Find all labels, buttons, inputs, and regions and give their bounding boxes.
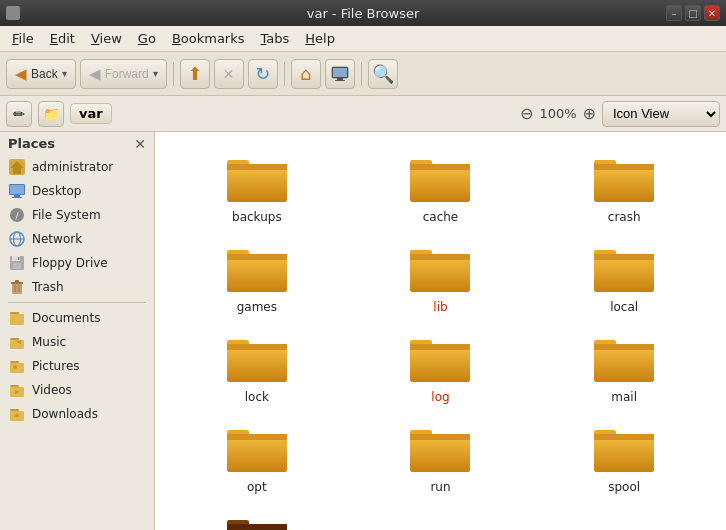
sidebar-item-downloads[interactable]: Downloads	[0, 402, 154, 426]
file-item-crash[interactable]: crash	[534, 148, 714, 230]
svg-rect-85	[594, 434, 654, 440]
sidebar-item-music[interactable]: Music	[0, 330, 154, 354]
filesystem-icon: /	[8, 206, 26, 224]
menu-view[interactable]: View	[83, 29, 130, 48]
svg-rect-7	[10, 185, 24, 194]
window-controls: – □ ✕	[666, 5, 720, 21]
administrator-label: administrator	[32, 160, 113, 174]
svg-rect-29	[10, 361, 19, 363]
sidebar-item-administrator[interactable]: administrator	[0, 155, 154, 179]
log-label: log	[431, 390, 449, 404]
up-button[interactable]: ⬆	[180, 59, 210, 89]
sidebar-header: Places ✕	[0, 132, 154, 155]
folder-opt-icon	[227, 424, 287, 476]
toolbar: ◀ Back ▾ ◀ Forward ▾ ⬆ ✕ ↻ ⌂ 🔍	[0, 52, 726, 96]
app-icon	[6, 6, 20, 20]
sidebar-close-button[interactable]: ✕	[134, 137, 146, 151]
folder-lock-icon	[227, 334, 287, 386]
sidebar-item-network[interactable]: Network	[0, 227, 154, 251]
svg-rect-28	[10, 340, 24, 349]
minimize-button[interactable]: –	[666, 5, 682, 21]
desktop-icon	[8, 182, 26, 200]
svg-rect-8	[14, 195, 20, 197]
view-selector[interactable]: Icon View List View Compact View	[602, 101, 720, 127]
svg-rect-61	[594, 254, 654, 260]
mail-label: mail	[611, 390, 637, 404]
path-var[interactable]: var	[70, 103, 112, 124]
file-item-spool[interactable]: spool	[534, 418, 714, 500]
toolbar-separator-2	[284, 62, 285, 86]
file-item-mail[interactable]: mail	[534, 328, 714, 410]
folder-lib-icon	[410, 244, 470, 296]
floppy-label: Floppy Drive	[32, 256, 108, 270]
file-item-opt[interactable]: opt	[167, 418, 347, 500]
folder-crash-icon	[594, 154, 654, 206]
menu-tabs[interactable]: Tabs	[253, 29, 298, 48]
reload-button[interactable]: ↻	[248, 59, 278, 89]
menubar: File Edit View Go Bookmarks Tabs Help	[0, 26, 726, 52]
file-item-games[interactable]: games	[167, 238, 347, 320]
search-button[interactable]: 🔍	[368, 59, 398, 89]
file-item-backups[interactable]: backups	[167, 148, 347, 230]
svg-rect-25	[10, 314, 24, 325]
downloads-label: Downloads	[32, 407, 98, 421]
folder-spool-icon	[594, 424, 654, 476]
folder-icon-button[interactable]: 📁	[38, 101, 64, 127]
svg-rect-20	[11, 282, 23, 284]
close-button[interactable]: ✕	[704, 5, 720, 21]
music-icon	[8, 333, 26, 351]
back-button[interactable]: ◀ Back ▾	[6, 59, 76, 89]
menu-edit[interactable]: Edit	[42, 29, 83, 48]
svg-rect-77	[227, 434, 287, 440]
computer-button[interactable]	[325, 59, 355, 89]
file-item-run[interactable]: run	[351, 418, 531, 500]
sidebar-item-videos[interactable]: Videos	[0, 378, 154, 402]
sidebar-item-desktop[interactable]: Desktop	[0, 179, 154, 203]
sidebar-item-floppy[interactable]: Floppy Drive	[0, 251, 154, 275]
documents-icon	[8, 309, 26, 327]
folder-run-icon	[410, 424, 470, 476]
forward-button[interactable]: ◀ Forward ▾	[80, 59, 167, 89]
file-item-local[interactable]: local	[534, 238, 714, 320]
zoom-out-icon[interactable]: ⊖	[520, 104, 533, 123]
edit-location-button[interactable]: ✏	[6, 101, 32, 127]
sidebar-item-documents[interactable]: Documents	[0, 306, 154, 330]
menu-bookmarks[interactable]: Bookmarks	[164, 29, 253, 48]
sidebar-item-pictures[interactable]: Pictures	[0, 354, 154, 378]
file-item-lib[interactable]: lib	[351, 238, 531, 320]
menu-go[interactable]: Go	[130, 29, 164, 48]
file-item-cache[interactable]: cache	[351, 148, 531, 230]
home-button[interactable]: ⌂	[291, 59, 321, 89]
menu-help[interactable]: Help	[297, 29, 343, 48]
svg-rect-45	[410, 164, 470, 170]
breadcrumb: var	[70, 103, 112, 124]
toolbar-separator-1	[173, 62, 174, 86]
zoom-in-icon[interactable]: ⊕	[583, 104, 596, 123]
forward-label: Forward	[105, 67, 149, 81]
menu-file[interactable]: File	[4, 29, 42, 48]
sidebar-item-trash[interactable]: Trash	[0, 275, 154, 299]
downloads-icon	[8, 405, 26, 423]
svg-rect-19	[12, 283, 22, 294]
svg-rect-49	[594, 164, 654, 170]
svg-rect-30	[10, 363, 24, 373]
svg-rect-9	[12, 197, 22, 198]
file-item-tmp[interactable]: tmp	[167, 508, 347, 530]
file-item-log[interactable]: log	[351, 328, 531, 410]
stop-button[interactable]: ✕	[214, 59, 244, 89]
toolbar-separator-3	[361, 62, 362, 86]
pictures-icon	[8, 357, 26, 375]
sidebar: Places ✕ administrator Desktop / File Sy…	[0, 132, 155, 530]
places-label: Places	[8, 136, 55, 151]
trash-icon	[8, 278, 26, 296]
svg-rect-69	[410, 344, 470, 350]
maximize-button[interactable]: □	[685, 5, 701, 21]
backups-label: backups	[232, 210, 282, 224]
sidebar-item-filesystem[interactable]: / File System	[0, 203, 154, 227]
svg-rect-35	[10, 409, 19, 411]
folder-mail-icon	[594, 334, 654, 386]
file-item-lock[interactable]: lock	[167, 328, 347, 410]
spool-label: spool	[608, 480, 640, 494]
back-label: Back	[31, 67, 58, 81]
sidebar-divider	[8, 302, 146, 303]
